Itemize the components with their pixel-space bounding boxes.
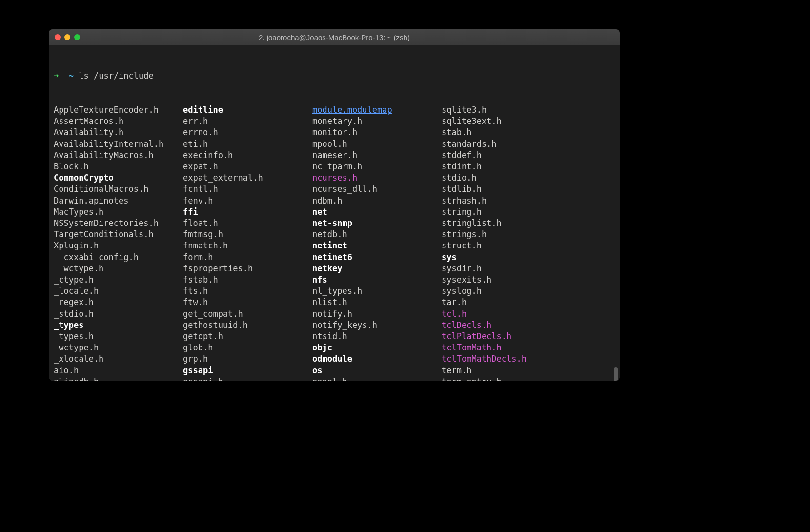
ls-entry: tar.h (442, 297, 571, 308)
ls-entry: panel.h (312, 376, 442, 381)
ls-entry: monetary.h (312, 116, 442, 127)
ls-entry: mpool.h (312, 139, 442, 150)
ls-column: sqlite3.hsqlite3ext.hstab.hstandards.hst… (442, 104, 571, 381)
close-icon[interactable] (55, 34, 61, 40)
ls-entry: netdb.h (312, 229, 442, 240)
ls-entry: stdio.h (442, 172, 571, 184)
ls-entry: objc (312, 342, 442, 353)
ls-entry: tcl.h (442, 308, 571, 320)
ls-entry: Block.h (54, 161, 183, 172)
ls-entry: get_compat.h (183, 308, 312, 320)
ls-entry: fcntl.h (183, 184, 312, 195)
ls-entry: ftw.h (183, 297, 312, 308)
ls-entry: net-snmp (312, 218, 442, 229)
ls-entry: syslog.h (442, 286, 571, 297)
ls-entry: _types (54, 320, 183, 331)
ls-entry: nlist.h (312, 297, 442, 308)
ls-entry: _ctype.h (54, 274, 183, 286)
ls-entry: ncurses.h (312, 172, 442, 184)
traffic-lights (55, 34, 80, 40)
ls-entry: ffi (183, 206, 312, 218)
terminal-body[interactable]: ➜ ~ ls /usr/include AppleTextureEncoder.… (49, 45, 620, 381)
ls-entry: eti.h (183, 139, 312, 150)
ls-entry: expat.h (183, 161, 312, 172)
ls-entry: __wctype.h (54, 263, 183, 274)
ls-entry: nl_types.h (312, 286, 442, 297)
ls-entry: err.h (183, 116, 312, 127)
prompt-line: ➜ ~ ls /usr/include (54, 70, 615, 82)
ls-entry: term_entry.h (442, 376, 571, 381)
ls-entry: aio.h (54, 365, 183, 376)
ls-entry: _regex.h (54, 297, 183, 308)
ls-entry: NSSystemDirectories.h (54, 218, 183, 229)
ls-entry: _xlocale.h (54, 353, 183, 365)
ls-entry: net (312, 206, 442, 218)
ls-entry: fsproperties.h (183, 263, 312, 274)
ls-entry: fnmatch.h (183, 240, 312, 251)
ls-entry: module.modulemap (312, 104, 442, 116)
ls-entry: struct.h (442, 240, 571, 251)
ls-entry: execinfo.h (183, 150, 312, 161)
ls-entry: Availability.h (54, 127, 183, 138)
ls-entry: errno.h (183, 127, 312, 138)
ls-entry: getopt.h (183, 331, 312, 342)
ls-entry: term.h (442, 365, 571, 376)
ls-entry: sqlite3ext.h (442, 116, 571, 127)
ls-entry: gethostuuid.h (183, 320, 312, 331)
ls-entry: fts.h (183, 286, 312, 297)
ls-entry: CommonCrypto (54, 172, 183, 184)
ls-entry: AppleTextureEncoder.h (54, 104, 183, 116)
ls-entry: monitor.h (312, 127, 442, 138)
ls-entry: os (312, 365, 442, 376)
ls-entry: ndbm.h (312, 195, 442, 206)
ls-entry: sqlite3.h (442, 104, 571, 116)
scrollbar-thumb[interactable] (614, 367, 618, 381)
ls-column: module.modulemapmonetary.hmonitor.hmpool… (312, 104, 442, 381)
ls-entry: odmodule (312, 353, 442, 365)
ls-entry: stdlib.h (442, 184, 571, 195)
ls-entry: fmtmsg.h (183, 229, 312, 240)
ls-entry: notify.h (312, 308, 442, 320)
ls-entry: _stdio.h (54, 308, 183, 320)
ls-entry: sysdir.h (442, 263, 571, 274)
ls-entry: stab.h (442, 127, 571, 138)
minimize-icon[interactable] (64, 34, 70, 40)
ls-entry: grp.h (183, 353, 312, 365)
ls-entry: string.h (442, 206, 571, 218)
ls-entry: TargetConditionals.h (54, 229, 183, 240)
ls-entry: netinet6 (312, 252, 442, 263)
maximize-icon[interactable] (74, 34, 80, 40)
ls-entry: stdint.h (442, 161, 571, 172)
prompt-arrow-icon: ➜ (54, 71, 59, 81)
ls-entry: glob.h (183, 342, 312, 353)
ls-entry: sysexits.h (442, 274, 571, 286)
ls-entry: standards.h (442, 139, 571, 150)
ls-column: AppleTextureEncoder.hAssertMacros.hAvail… (54, 104, 183, 381)
ls-entry: expat_external.h (183, 172, 312, 184)
ls-entry: ntsid.h (312, 331, 442, 342)
ls-entry: gssapi (183, 365, 312, 376)
ls-entry: stringlist.h (442, 218, 571, 229)
ls-entry: fenv.h (183, 195, 312, 206)
ls-entry: aliasdb.h (54, 376, 183, 381)
ls-entry: ConditionalMacros.h (54, 184, 183, 195)
ls-entry: ncurses_dll.h (312, 184, 442, 195)
ls-entry: tclTomMath.h (442, 342, 571, 353)
prompt-command: ls /usr/include (79, 71, 154, 81)
ls-entry: float.h (183, 218, 312, 229)
ls-entry: netinet (312, 240, 442, 251)
ls-entry: Darwin.apinotes (54, 195, 183, 206)
ls-entry: AvailabilityMacros.h (54, 150, 183, 161)
ls-entry: strhash.h (442, 195, 571, 206)
ls-entry: _types.h (54, 331, 183, 342)
ls-entry: tclDecls.h (442, 320, 571, 331)
ls-entry: AssertMacros.h (54, 116, 183, 127)
ls-entry: nc_tparm.h (312, 161, 442, 172)
ls-entry: __cxxabi_config.h (54, 252, 183, 263)
window-titlebar[interactable]: 2. joaorocha@Joaos-MacBook-Pro-13: ~ (zs… (49, 29, 620, 45)
ls-entry: AvailabilityInternal.h (54, 139, 183, 150)
ls-entry: strings.h (442, 229, 571, 240)
ls-output: AppleTextureEncoder.hAssertMacros.hAvail… (54, 104, 615, 381)
ls-entry: stddef.h (442, 150, 571, 161)
ls-entry: nfs (312, 274, 442, 286)
